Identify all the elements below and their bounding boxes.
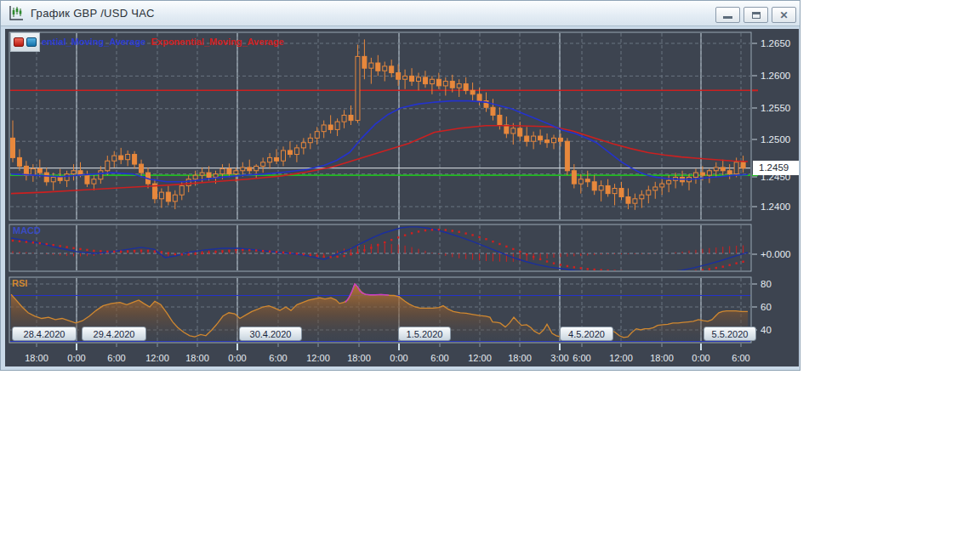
date-button[interactable]: 4.5.2020 bbox=[560, 327, 613, 341]
price-axis-label: 1.2650 bbox=[761, 38, 790, 48]
macd-layer bbox=[11, 227, 748, 274]
price-chart[interactable]: 1.26501.26001.25501.25001.24501.2400+0.0… bbox=[5, 29, 799, 366]
blue-indicator-button[interactable] bbox=[26, 37, 37, 47]
price-axis-label: 1.2400 bbox=[761, 202, 790, 212]
time-axis-label: 12:00 bbox=[145, 353, 169, 363]
time-axis-label: 6:00 bbox=[430, 353, 448, 363]
time-axis-label: 0:00 bbox=[390, 353, 407, 363]
legend-ema-blue: ential_Moving_Average bbox=[42, 37, 145, 47]
chart-window: График GBP /USD ЧАС ✕ 1.26501.26001.2550… bbox=[0, 0, 801, 371]
time-axis-label: 18:00 bbox=[650, 353, 674, 363]
time-axis-label: 12:00 bbox=[306, 353, 330, 363]
window-title: График GBP /USD ЧАС bbox=[31, 7, 155, 20]
indicator-buttons bbox=[10, 32, 40, 52]
macd-axis-label: +0.000 bbox=[761, 249, 791, 259]
date-button[interactable]: 30.4.2020 bbox=[239, 327, 302, 341]
date-button[interactable]: 29.4.2020 bbox=[82, 327, 146, 341]
date-button[interactable]: 1.5.2020 bbox=[398, 327, 451, 341]
time-axis-label: 18:00 bbox=[25, 353, 48, 363]
time-axis-label: 6:00 bbox=[107, 353, 125, 363]
time-axis-label: 0:00 bbox=[228, 353, 246, 363]
time-axis-label: 18:00 bbox=[185, 353, 209, 363]
legend-ema-red: Exponential_Moving_Average bbox=[151, 37, 283, 47]
date-button[interactable]: 28.4.2020 bbox=[12, 327, 77, 341]
maximize-icon bbox=[752, 12, 761, 19]
close-icon: ✕ bbox=[779, 10, 788, 20]
rsi-axis-label: 60 bbox=[761, 302, 772, 312]
time-axis-label: 6:00 bbox=[573, 353, 590, 363]
moving-averages bbox=[11, 101, 748, 194]
candles-layer bbox=[11, 39, 746, 209]
time-axis-label: 18:00 bbox=[347, 353, 371, 363]
close-button[interactable]: ✕ bbox=[772, 7, 796, 23]
price-axis-label: 1.2600 bbox=[761, 71, 790, 81]
minimize-icon bbox=[723, 16, 732, 19]
maximize-button[interactable] bbox=[744, 7, 768, 23]
rsi-panel-label: RSI bbox=[12, 278, 27, 288]
time-axis-label: 12:00 bbox=[468, 353, 492, 363]
desktop: График GBP /USD ЧАС ✕ 1.26501.26001.2550… bbox=[0, 0, 980, 551]
window-titlebar[interactable]: График GBP /USD ЧАС ✕ bbox=[1, 1, 800, 26]
chart-client-area: 1.26501.26001.25501.25001.24501.2400+0.0… bbox=[5, 29, 799, 366]
date-button[interactable]: 5.5.2020 bbox=[704, 327, 756, 341]
rsi-axis-label: 80 bbox=[761, 279, 772, 289]
red-indicator-button[interactable] bbox=[14, 37, 24, 47]
time-axis-label: 0:00 bbox=[692, 353, 709, 363]
time-axis-label: 0:00 bbox=[67, 353, 85, 363]
time-axis-label: 6:00 bbox=[269, 353, 287, 363]
time-axis-label: 6:00 bbox=[732, 353, 749, 363]
rsi-axis-label: 40 bbox=[761, 325, 772, 335]
time-axis-label: 12:00 bbox=[609, 353, 633, 363]
price-axis-label: 1.2550 bbox=[761, 103, 790, 113]
macd-panel-label: MACD bbox=[13, 225, 41, 236]
minimize-button[interactable] bbox=[715, 7, 740, 23]
time-axis-label: 18:00 bbox=[508, 353, 532, 363]
legend: ential_Moving_Average Exponential_Moving… bbox=[42, 37, 284, 47]
current-price-box: 1.2459 bbox=[753, 161, 799, 175]
time-axis-label: 3:00 bbox=[550, 353, 568, 363]
window-controls: ✕ bbox=[715, 7, 796, 23]
chart-icon bbox=[8, 5, 25, 22]
price-axis-label: 1.2500 bbox=[761, 134, 790, 145]
